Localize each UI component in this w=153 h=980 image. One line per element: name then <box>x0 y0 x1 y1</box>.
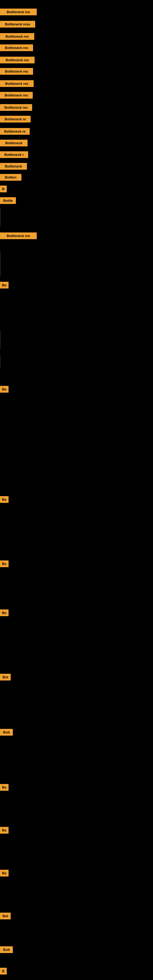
vertical-line-2 <box>0 251 1 275</box>
bottleneck-button-14[interactable]: Bottleneck <box>0 163 27 170</box>
bottleneck-button-19[interactable]: Bo <box>0 282 9 288</box>
bottleneck-button-7[interactable]: Bottleneck res <box>0 80 33 87</box>
bottleneck-button-4[interactable]: Bottleneck res <box>0 45 33 51</box>
bottleneck-button-6[interactable]: Bottleneck res <box>0 68 33 75</box>
bottleneck-button-23[interactable]: Bo <box>0 609 9 616</box>
bottleneck-button-30[interactable]: Bott <box>0 946 13 953</box>
bottleneck-button-2[interactable]: Bottleneck resu <box>0 21 35 27</box>
bottleneck-button-26[interactable]: Bo <box>0 784 9 791</box>
bottleneck-button-15[interactable]: Bottlen <box>0 174 21 181</box>
bottleneck-button-16[interactable]: B <box>0 186 7 192</box>
bottleneck-button-21[interactable]: Bo <box>0 496 9 503</box>
bottleneck-button-3[interactable]: Bottleneck res <box>0 33 34 40</box>
bottleneck-button-5[interactable]: Bottleneck res <box>0 57 35 64</box>
bottleneck-button-8[interactable]: Bottleneck res <box>0 92 33 99</box>
vertical-line-1 <box>0 208 1 227</box>
bottleneck-button-24[interactable]: Bot <box>0 674 11 681</box>
bottleneck-button-13[interactable]: Bottleneck r <box>0 151 28 158</box>
bottleneck-button-27[interactable]: Bo <box>0 827 9 834</box>
bottleneck-button-17[interactable]: Bottle <box>0 197 16 204</box>
bottleneck-button-22[interactable]: Bo <box>0 560 9 567</box>
bottleneck-button-11[interactable]: Bottleneck re <box>0 128 30 135</box>
bottleneck-button-20[interactable]: Bo <box>0 386 9 393</box>
vertical-line-4 <box>0 355 1 368</box>
bottleneck-button-1[interactable]: Bottleneck res <box>0 9 37 15</box>
bottleneck-button-29[interactable]: Bot <box>0 913 11 920</box>
bottleneck-button-25[interactable]: Bott <box>0 729 13 736</box>
bottleneck-button-31[interactable]: B <box>0 968 7 975</box>
bottleneck-button-12[interactable]: Bottleneck <box>0 140 27 146</box>
bottleneck-button-28[interactable]: Bo <box>0 870 9 877</box>
bottleneck-button-10[interactable]: Bottleneck re <box>0 116 30 123</box>
vertical-line-3 <box>0 331 1 349</box>
bottleneck-button-18[interactable]: Bottleneck res <box>0 232 37 239</box>
bottleneck-button-9[interactable]: Bottleneck res <box>0 104 32 111</box>
